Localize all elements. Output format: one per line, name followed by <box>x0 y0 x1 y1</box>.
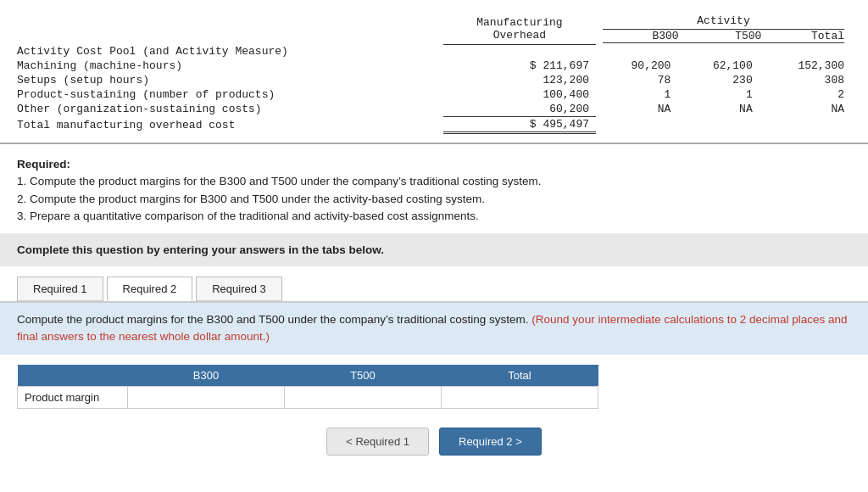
col-header-b300: B300 <box>128 365 285 387</box>
required-item-1: 1. Compute the product margins for the B… <box>17 175 542 187</box>
col-header-total: Total <box>442 365 598 387</box>
col-header-label <box>17 14 443 44</box>
required-item-3: 3. Prepare a quantitative comparison of … <box>17 210 479 222</box>
prev-button[interactable]: < Required 1 <box>326 428 429 456</box>
instruction-text-area: Compute the product margins for the B300… <box>0 303 868 355</box>
col-header-manufacturing: Manufacturing Overhead <box>443 14 596 44</box>
complete-banner-text: Complete this question by entering your … <box>17 243 384 256</box>
table-row: Machining (machine-hours) $ 211,697 90,2… <box>17 59 851 73</box>
t500-input-cell[interactable] <box>285 386 442 408</box>
navigation-buttons: < Required 1 Required 2 > <box>0 419 868 464</box>
tab-required-2[interactable]: Required 2 <box>107 277 193 301</box>
product-margin-row: Product margin <box>18 386 598 408</box>
col-header-empty <box>18 365 128 387</box>
col-header-t500: T500 <box>285 365 442 387</box>
tabs-container: Required 1 Required 2 Required 3 <box>0 266 868 303</box>
b300-input[interactable] <box>135 391 277 404</box>
top-data-section: Manufacturing Overhead Activity B300 T50… <box>0 0 868 144</box>
table-row: Activity Cost Pool (and Activity Measure… <box>17 44 851 59</box>
b300-input-cell[interactable] <box>128 386 285 408</box>
instruction-main: Compute the product margins for the B300… <box>17 313 531 326</box>
tab-required-3[interactable]: Required 3 <box>196 277 282 301</box>
tab-required-1[interactable]: Required 1 <box>17 277 103 301</box>
col-header-activity: Activity B300 T500 Total <box>596 14 851 44</box>
table-row: Setups (setup hours) 123,200 78 230 308 <box>17 73 851 87</box>
input-section: B300 T500 Total Product margin <box>0 355 868 419</box>
complete-banner: Complete this question by entering your … <box>0 233 868 266</box>
overhead-table: Manufacturing Overhead Activity B300 T50… <box>17 14 851 134</box>
required-heading: Required: <box>17 158 70 171</box>
table-row: Product-sustaining (number of products) … <box>17 87 851 102</box>
table-row: Other (organization-sustaining costs) 60… <box>17 102 851 117</box>
next-button[interactable]: Required 2 > <box>439 428 542 456</box>
t500-input[interactable] <box>292 391 434 404</box>
table-row-total: Total manufacturing overhead cost $ 495,… <box>17 117 851 133</box>
total-input[interactable] <box>448 391 591 404</box>
product-margin-label: Product margin <box>18 386 128 408</box>
required-item-2: 2. Compute the product margins for B300 … <box>17 193 485 205</box>
product-margin-table: B300 T500 Total Product margin <box>17 365 598 409</box>
total-input-cell[interactable] <box>442 386 598 408</box>
required-instructions: Required: 1. Compute the product margins… <box>0 144 868 233</box>
